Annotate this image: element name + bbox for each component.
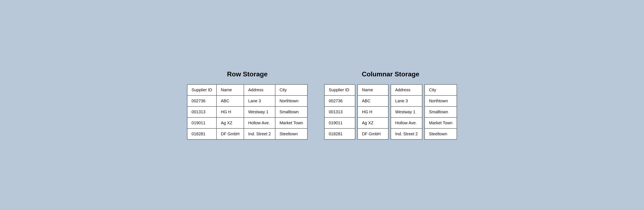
row-cell-2-0: 019011 <box>187 118 216 128</box>
row-cell-0-3: Northtown <box>275 96 307 106</box>
row-storage-table: Supplier IDNameAddressCity 002736ABCLane… <box>187 84 308 140</box>
row-cell-0-2: Lane 3 <box>244 96 275 106</box>
row-storage-title: Row Storage <box>227 70 268 78</box>
row-storage-header-row: Supplier IDNameAddressCity <box>187 84 307 96</box>
col-cell-0-3: 018281 <box>324 129 355 139</box>
col-cell-1-3: DF GmbH <box>358 129 388 139</box>
row-cell-3-3: Steeltown <box>275 128 307 140</box>
col-cell-0-0: 002736 <box>324 96 355 107</box>
col-cell-2-2: Hollow Ave. <box>391 118 422 129</box>
row-cell-2-3: Market Town <box>275 118 307 128</box>
col-header-0: Supplier ID <box>324 85 355 96</box>
columnar-storage-table: Supplier ID002736001313019011018281NameA… <box>324 84 457 140</box>
row-header-1: Name <box>216 84 244 96</box>
col-cell-1-1: HG H <box>358 107 388 118</box>
row-header-0: Supplier ID <box>187 84 216 96</box>
row-cell-1-1: HG H <box>216 106 244 118</box>
column-block-2: AddressLane 3Westway 1Hollow Ave.Ind. St… <box>390 84 422 140</box>
col-header-1: Name <box>358 85 388 96</box>
col-cell-3-0: Northtown <box>425 96 456 107</box>
col-cell-3-3: Steeltown <box>425 129 456 139</box>
row-cell-0-1: ABC <box>216 96 244 106</box>
row-cell-3-1: DF GmbH <box>216 128 244 140</box>
col-cell-2-1: Westway 1 <box>391 107 422 118</box>
columnar-storage-title: Columnar Storage <box>362 70 419 78</box>
row-header-2: Address <box>244 84 275 96</box>
col-cell-1-2: Ag XZ <box>358 118 388 129</box>
row-cell-2-2: Hollow Ave. <box>244 118 275 128</box>
row-cell-1-3: Smalltown <box>275 106 307 118</box>
row-cell-1-2: Westway 1 <box>244 106 275 118</box>
table-row: 018281DF GmbHInd. Street 2Steeltown <box>187 128 307 140</box>
column-block-1: NameABCHG HAg XZDF GmbH <box>358 84 388 140</box>
row-header-3: City <box>275 84 307 96</box>
table-row: 019011Ag XZHollow Ave.Market Town <box>187 118 307 128</box>
col-cell-0-1: 001313 <box>324 107 355 118</box>
row-cell-0-0: 002736 <box>187 96 216 106</box>
col-cell-0-2: 019011 <box>324 118 355 129</box>
col-header-3: City <box>425 85 456 96</box>
col-cell-1-0: ABC <box>358 96 388 107</box>
row-cell-1-0: 001313 <box>187 106 216 118</box>
page-container: Row Storage Supplier IDNameAddressCity 0… <box>174 62 470 148</box>
col-cell-3-1: Smalltown <box>425 107 456 118</box>
table-row: 002736ABCLane 3Northtown <box>187 96 307 106</box>
row-cell-3-0: 018281 <box>187 128 216 140</box>
col-cell-2-3: Ind. Street 2 <box>391 129 422 139</box>
row-storage-section: Row Storage Supplier IDNameAddressCity 0… <box>187 70 308 140</box>
row-cell-3-2: Ind. Street 2 <box>244 128 275 140</box>
col-cell-3-2: Market Town <box>425 118 456 129</box>
col-header-2: Address <box>391 85 422 96</box>
column-block-0: Supplier ID002736001313019011018281 <box>324 84 355 140</box>
column-block-3: CityNorthtownSmalltownMarket TownSteelto… <box>424 84 457 140</box>
row-cell-2-1: Ag XZ <box>216 118 244 128</box>
col-cell-2-0: Lane 3 <box>391 96 422 107</box>
columnar-storage-section: Columnar Storage Supplier ID002736001313… <box>324 70 457 140</box>
table-row: 001313HG HWestway 1Smalltown <box>187 106 307 118</box>
